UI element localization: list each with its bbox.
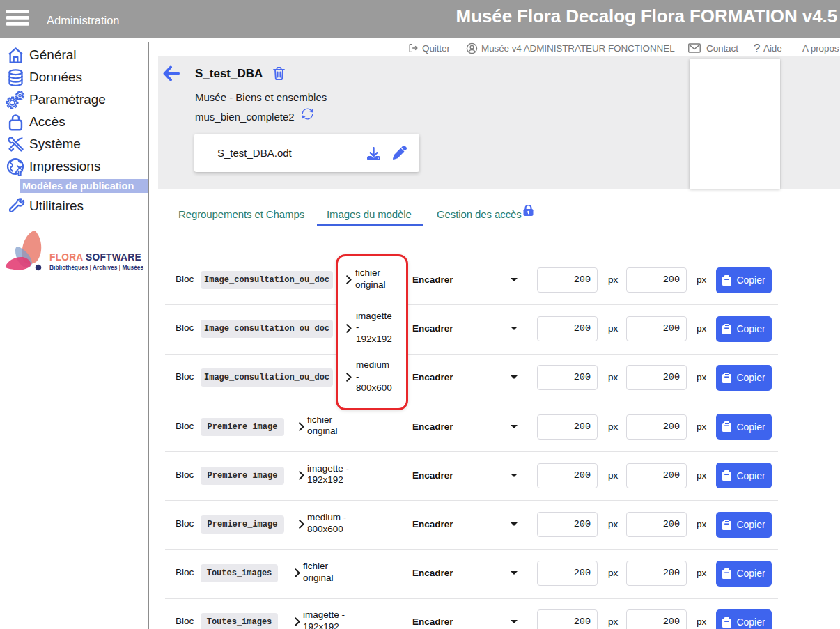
svg-text:FLORA SOFTWARE: FLORA SOFTWARE <box>49 252 141 263</box>
svg-text:Bibliothèques | Archives | Mus: Bibliothèques | Archives | Musées <box>49 264 143 271</box>
